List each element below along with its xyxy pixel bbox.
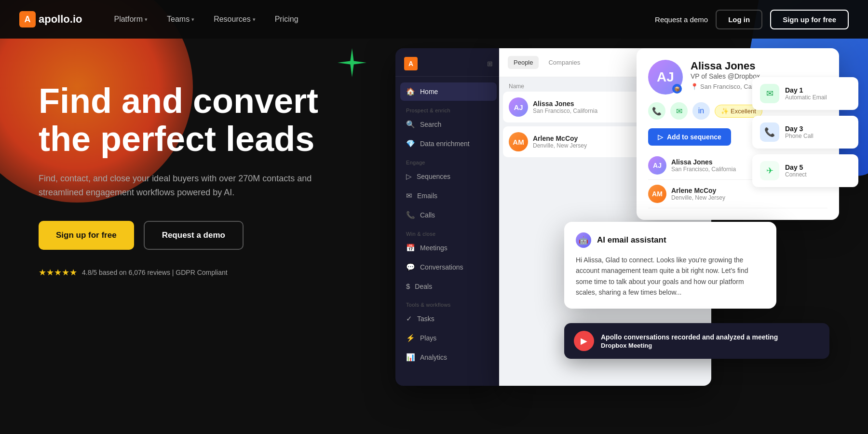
sidebar-item-label: Sequences: [417, 173, 450, 180]
login-button[interactable]: Log in: [716, 10, 762, 29]
ai-icon: 🤖: [576, 232, 591, 248]
add-to-sequence-button[interactable]: ▷ Add to sequence: [648, 128, 731, 146]
email-button[interactable]: ✉: [670, 102, 688, 120]
sidebar-item-sequences[interactable]: ▷ Sequences: [400, 167, 497, 186]
sidebar-item-analytics[interactable]: 📊 Analytics: [400, 348, 497, 366]
hero-buttons: Sign up for free Request a demo: [39, 221, 366, 250]
search-icon: 🔍: [406, 120, 415, 129]
hero-title: Find and convert the perfect leads: [39, 82, 366, 158]
ai-email-body: Hi Alissa, Glad to connect. Looks like y…: [576, 255, 765, 298]
meeting-card: ▶ Apollo conversations recorded and anal…: [564, 323, 829, 359]
home-icon: 🏠: [406, 87, 415, 96]
sequence-panel: ✉ Day 1 Automatic Email 📞 Day 3 Phone Ca…: [752, 77, 858, 187]
sidebar-item-label: Deals: [415, 283, 432, 290]
sidebar-item-label: Emails: [417, 192, 437, 200]
enrichment-icon: 💎: [406, 139, 415, 148]
stars-icon: ★★★★★: [39, 267, 77, 278]
hero-subtitle: Find, contact, and close your ideal buye…: [39, 172, 328, 200]
sequence-step-1: ✉ Day 1 Automatic Email: [752, 77, 858, 110]
sidebar-item-label: Plays: [420, 334, 436, 342]
navbar: A apollo.io Platform ▾ Teams ▾ Resources…: [0, 0, 868, 39]
sequence-step-2: 📞 Day 3 Phone Call: [752, 116, 858, 149]
request-demo-button[interactable]: Request a demo: [655, 15, 708, 24]
nav-links: Platform ▾ Teams ▾ Resources ▾ Pricing: [106, 11, 655, 27]
avatar: AJ 📦: [648, 60, 683, 95]
chevron-down-icon: ▾: [191, 16, 194, 23]
nav-item-pricing[interactable]: Pricing: [267, 11, 306, 27]
ai-email-header: 🤖 AI email assistant: [576, 232, 765, 248]
sequence-step-info: Day 5 Connect: [785, 163, 807, 178]
profile-name: Alissa Jones: [691, 60, 770, 72]
sidebar-item-meetings[interactable]: 📅 Meetings: [400, 239, 497, 257]
ai-email-title: AI email assistant: [597, 235, 666, 245]
sidebar-item-label: Data enrichment: [420, 140, 470, 148]
sidebar-item-enrichment[interactable]: 💎 Data enrichment: [400, 135, 497, 153]
sidebar-item-label: Conversations: [420, 263, 463, 271]
logo[interactable]: A apollo.io: [19, 11, 82, 27]
logo-text: apollo.io: [39, 13, 82, 26]
ai-email-card: 🤖 AI email assistant Hi Alissa, Glad to …: [564, 222, 776, 309]
signup-primary-button[interactable]: Sign up for free: [39, 221, 134, 250]
sidebar-item-label: Home: [420, 88, 438, 95]
contacts-tab-companies[interactable]: Companies: [542, 56, 586, 69]
sidebar-item-calls[interactable]: 📞 Calls: [400, 206, 497, 224]
sidebar-item-home[interactable]: 🏠 Home: [400, 82, 497, 101]
contacts-tab-people[interactable]: People: [508, 56, 539, 69]
sidebar-panel: A ⊞ 🏠 Home Prospect & enrich 🔍 Search 💎 …: [395, 48, 502, 386]
chevron-down-icon: ▾: [145, 16, 148, 23]
sequence-step-info: Day 1 Automatic Email: [785, 86, 827, 101]
email-step-icon: ✉: [760, 84, 779, 103]
sidebar-item-search[interactable]: 🔍 Search: [400, 115, 497, 134]
nav-item-resources[interactable]: Resources ▾: [206, 11, 263, 27]
avatar: AJ: [648, 156, 666, 175]
sidebar-logo: A: [404, 57, 418, 70]
company-badge: 📦: [672, 84, 682, 94]
meeting-text: Apollo conversations recorded and analyz…: [601, 333, 778, 341]
meeting-info: Apollo conversations recorded and analyz…: [601, 333, 778, 349]
sparkle-icon: [338, 48, 366, 79]
calls-icon: 📞: [406, 211, 415, 219]
sequence-step-info: Day 3 Phone Call: [785, 125, 814, 139]
nav-item-platform[interactable]: Platform ▾: [106, 11, 155, 27]
conversations-icon: 💬: [406, 263, 415, 271]
sidebar-expand-icon[interactable]: ⊞: [487, 60, 493, 68]
sidebar-item-tasks[interactable]: ✓ Tasks: [400, 310, 497, 328]
sidebar-item-conversations[interactable]: 💬 Conversations: [400, 258, 497, 276]
meetings-icon: 📅: [406, 244, 415, 252]
sequence-step-3: ✈ Day 5 Connect: [752, 154, 858, 187]
tasks-icon: ✓: [406, 314, 412, 323]
contact-avatar-arlene: AM: [509, 132, 528, 151]
sidebar-item-emails[interactable]: ✉ Emails: [400, 187, 497, 205]
demo-button[interactable]: Request a demo: [144, 221, 244, 250]
sidebar-item-label: Tasks: [417, 315, 434, 323]
deals-icon: $: [406, 282, 410, 290]
contact-avatar-alissa: AJ: [509, 97, 528, 117]
rating-text: 4.8/5 based on 6,076 reviews | GDPR Comp…: [82, 269, 228, 276]
meeting-record-icon: ▶: [574, 331, 594, 351]
section-label-win: Win & close: [400, 225, 497, 239]
meeting-subtitle: Dropbox Meeting: [601, 342, 778, 349]
signup-nav-button[interactable]: Sign up for free: [770, 10, 849, 29]
list-item-info: Arlene McCoy Denville, New Jersey: [671, 187, 725, 201]
avatar: AM: [648, 185, 666, 203]
section-label-prospect: Prospect & enrich: [400, 102, 497, 115]
sidebar-item-label: Calls: [420, 211, 435, 219]
logo-icon: A: [19, 11, 36, 27]
linkedin-button[interactable]: in: [692, 102, 710, 120]
product-ui: A ⊞ 🏠 Home Prospect & enrich 🔍 Search 💎 …: [395, 48, 868, 434]
connect-step-icon: ✈: [760, 161, 779, 180]
section-label-engage: Engage: [400, 154, 497, 167]
sidebar-item-label: Meetings: [420, 244, 448, 252]
sidebar-item-deals[interactable]: $ Deals: [400, 277, 497, 295]
sidebar-item-plays[interactable]: ⚡ Plays: [400, 329, 497, 347]
analytics-icon: 📊: [406, 353, 415, 362]
nav-item-teams[interactable]: Teams ▾: [159, 11, 202, 27]
phone-step-icon: 📞: [760, 122, 779, 142]
nav-actions: Request a demo Log in Sign up for free: [655, 10, 849, 29]
hero-content: Find and convert the perfect leads Find,…: [0, 39, 395, 434]
call-button[interactable]: 📞: [648, 102, 665, 120]
list-item-info: Alissa Jones San Francisco, California: [671, 158, 736, 173]
sidebar-header: A ⊞: [395, 48, 502, 77]
logo-letter: A: [25, 14, 31, 25]
sequences-icon: ▷: [406, 172, 412, 181]
